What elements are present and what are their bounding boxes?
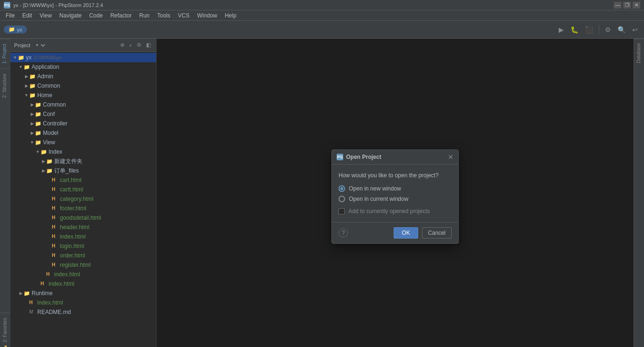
- tree-label-home: Home: [37, 92, 52, 99]
- tree-item-header-html[interactable]: ▶ H header.html: [10, 223, 156, 232]
- tree-item-register-html[interactable]: ▶ H register.html: [10, 260, 156, 270]
- tree-item-login-html[interactable]: ▶ H login.html: [10, 241, 156, 251]
- tree-item-index-html3[interactable]: ▶ H index.html: [10, 279, 156, 289]
- tree-label-common: Common: [37, 83, 60, 89]
- locate-icon[interactable]: ⊕: [119, 41, 126, 49]
- expand-icon[interactable]: +: [128, 41, 133, 49]
- run-button[interactable]: ▶: [556, 25, 566, 35]
- folder-icon-admin: 📁: [29, 74, 36, 79]
- tree-item-view[interactable]: ▼ 📁 View: [10, 138, 156, 147]
- tree-label-conf: Conf: [43, 111, 55, 117]
- tree-label-view: View: [43, 139, 55, 146]
- folder-icon-view: 📁: [35, 140, 41, 145]
- tree-item-yx-root[interactable]: ▼ 📁 yx D:\WWW\yx: [10, 53, 156, 62]
- dialog-action-buttons: OK Cancel: [394, 227, 452, 239]
- tree-label-index-html2: index.html: [54, 271, 80, 278]
- collapse-panel-icon[interactable]: ◧: [145, 41, 152, 49]
- title-bar: PS yx - [D:\WWW\yx] - PhpStorm 2017.2.4 …: [0, 0, 644, 10]
- debug-button[interactable]: 🐛: [568, 25, 581, 35]
- panel-dropdown[interactable]: ▼: [33, 42, 47, 48]
- tree-item-order-html[interactable]: ▶ H order.html: [10, 251, 156, 260]
- close-button[interactable]: ✕: [633, 2, 640, 8]
- tree-label-header-html: header.html: [60, 224, 90, 231]
- ok-button[interactable]: OK: [394, 227, 418, 239]
- menu-help[interactable]: Help: [221, 11, 240, 20]
- tree-item-cart-html[interactable]: ▶ H cart.html: [10, 175, 156, 185]
- tree-label-register-html: register.html: [60, 262, 91, 268]
- search-button[interactable]: 🔍: [615, 25, 628, 35]
- tree-item-orders-folder[interactable]: ▶ 📁 订单_files: [10, 166, 156, 175]
- folder-icon-index: 📁: [41, 149, 47, 155]
- menu-navigate[interactable]: Navigate: [56, 11, 85, 20]
- menu-vcs[interactable]: VCS: [174, 11, 193, 20]
- dialog-body: How would you like to open the project? …: [332, 165, 458, 222]
- menu-bar: File Edit View Navigate Code Refactor Ru…: [0, 10, 644, 21]
- undo-button[interactable]: ↩: [630, 25, 640, 35]
- open-project-dialog: PS Open Project ✕ How would you like to …: [331, 149, 459, 244]
- tree-item-controller[interactable]: ▶ 📁 Controller: [10, 119, 156, 128]
- tree-label-category-html: category.html: [60, 196, 93, 202]
- dialog-close-button[interactable]: ✕: [448, 154, 454, 160]
- settings-button[interactable]: ⚙: [603, 25, 613, 35]
- minimize-button[interactable]: —: [614, 2, 621, 8]
- tree-label-runtime: Runtime: [32, 290, 53, 297]
- menu-refactor[interactable]: Refactor: [107, 11, 135, 20]
- panel-title: Project: [14, 42, 30, 48]
- tree-item-common2[interactable]: ▶ 📁 Common: [10, 100, 156, 109]
- tree-item-index-html2[interactable]: ▶ H index.html: [10, 270, 156, 279]
- arrow-common2: ▶: [29, 102, 35, 107]
- tree-item-new-folder[interactable]: ▶ 📁 新建文件夹: [10, 157, 156, 166]
- arrow-orders-folder: ▶: [41, 168, 46, 173]
- html-icon-index2: H: [46, 272, 53, 277]
- radio-group: Open in new window Open in current windo…: [339, 185, 452, 202]
- menu-window[interactable]: Window: [193, 11, 221, 20]
- checkbox-label: Add to currently opened projects: [348, 208, 430, 215]
- tree-item-cartt-html[interactable]: ▶ H cartt.html: [10, 185, 156, 194]
- folder-icon-conf: 📁: [35, 111, 41, 117]
- right-strip: Database: [634, 39, 644, 347]
- window-controls[interactable]: — ❐ ✕: [614, 2, 640, 8]
- tab-structure[interactable]: 2: Structure: [0, 68, 10, 103]
- tree-item-model[interactable]: ▶ 📁 Model: [10, 128, 156, 138]
- menu-edit[interactable]: Edit: [18, 11, 36, 20]
- tree-item-goodsdetail-html[interactable]: ▶ H goodsdetail.html: [10, 213, 156, 223]
- tree-label-model: Model: [43, 130, 58, 136]
- project-breadcrumb[interactable]: 📁 yx: [4, 25, 27, 33]
- tree-item-category-html[interactable]: ▶ H category.html: [10, 194, 156, 204]
- menu-code[interactable]: Code: [85, 11, 107, 20]
- tree-item-conf[interactable]: ▶ 📁 Conf: [10, 109, 156, 119]
- tree-item-admin[interactable]: ▶ 📁 Admin: [10, 72, 156, 81]
- maximize-button[interactable]: ❐: [623, 2, 631, 8]
- menu-tools[interactable]: Tools: [153, 11, 174, 20]
- arrow-yx-root: ▼: [12, 55, 18, 60]
- tree-item-common[interactable]: ▶ 📁 Common: [10, 81, 156, 91]
- tree-item-footer-html[interactable]: ▶ H footer.html: [10, 204, 156, 213]
- tree-item-readme-md[interactable]: ▶ M README.md: [10, 307, 156, 317]
- tree-item-home[interactable]: ▼ 📁 Home: [10, 91, 156, 100]
- tree-label-index-folder: Index: [49, 149, 62, 155]
- tree-label-footer-html: footer.html: [60, 205, 86, 212]
- help-button[interactable]: ?: [339, 228, 348, 238]
- tree-item-runtime[interactable]: ▶ 📁 Runtime: [10, 289, 156, 298]
- arrow-new-folder: ▶: [41, 159, 46, 164]
- tab-database[interactable]: Database: [634, 39, 644, 67]
- checkbox-add-to-opened[interactable]: Add to currently opened projects: [339, 208, 452, 215]
- settings-panel-icon[interactable]: ⚙: [135, 41, 143, 49]
- tree-label-cartt-html: cartt.html: [60, 186, 83, 193]
- cancel-button[interactable]: Cancel: [422, 227, 452, 239]
- menu-run[interactable]: Run: [135, 11, 153, 20]
- menu-view[interactable]: View: [36, 11, 56, 20]
- html-icon-footer: H: [52, 206, 58, 211]
- tree-item-index-html[interactable]: ▶ H index.html: [10, 232, 156, 241]
- tab-project[interactable]: 1: Project: [0, 39, 10, 68]
- radio-new-window[interactable]: Open in new window: [339, 185, 452, 192]
- tree-item-application[interactable]: ▼ 📁 Application: [10, 62, 156, 72]
- html-icon-order: H: [52, 253, 58, 258]
- tree-item-index-folder[interactable]: ▼ 📁 Index: [10, 147, 156, 157]
- menu-file[interactable]: File: [2, 11, 18, 20]
- radio-circle-new-window: [339, 185, 345, 192]
- tree-item-index-html4[interactable]: ▶ H index.html: [10, 298, 156, 307]
- radio-current-window[interactable]: Open in current window: [339, 196, 452, 202]
- tab-favorites[interactable]: ★ 2: Favorites: [0, 313, 10, 347]
- stop-button[interactable]: ⬛: [583, 25, 595, 35]
